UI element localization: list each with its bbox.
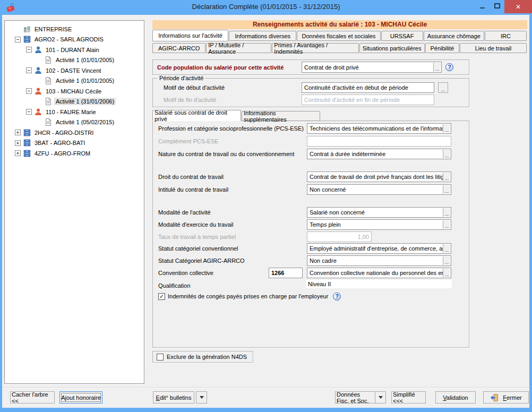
conges-label: Indemnités de congés payés prises en cha…	[168, 293, 328, 299]
motif-debut-field[interactable]: Continuité d'activité en début de périod…	[302, 82, 434, 93]
tree-item-label: 4ZFU - AGRO-FROM	[33, 150, 92, 157]
tab-donnees-fiscales[interactable]: Données fiscales et sociales	[297, 31, 380, 41]
tab-irc[interactable]: IRC	[485, 31, 527, 41]
collapse-toggle-icon[interactable]	[26, 67, 32, 73]
tree-item-2hcr[interactable]: 2HCR - AGRO-DISTRI	[5, 127, 144, 138]
ellipsis-button[interactable]: ...	[443, 173, 450, 181]
ellipsis-button[interactable]: ...	[443, 220, 450, 229]
complement-pcs-label: Complément PCS-ESE	[158, 138, 219, 144]
qualification-label: Qualification	[158, 282, 191, 289]
intitule-contrat-label: Intitulé du contrat de travail	[158, 186, 228, 193]
tree-item-label: 110 - FAURE Marie	[44, 108, 98, 116]
company-icon	[23, 35, 31, 44]
tree-item-4zfu[interactable]: 4ZFU - AGRO-FROM	[5, 148, 144, 159]
code-population-field[interactable]: Contrat de droit privé ...	[302, 62, 442, 73]
motif-debut-ellipsis-button[interactable]: ...	[438, 82, 448, 93]
tab-ip-mutuelle[interactable]: IP / Mutuelle / Assurance	[206, 43, 271, 53]
convention-code-field[interactable]: 1266	[269, 268, 303, 278]
edit-bulletins-button[interactable]: Edit° bulletins	[153, 391, 194, 404]
tree-item-label: AGRO2 - SARL AGRODIS	[33, 36, 105, 43]
tab-lieu-travail[interactable]: Lieu de travail	[460, 43, 527, 53]
edit-bulletins-dropdown-button[interactable]	[196, 391, 207, 404]
expand-toggle-icon[interactable]	[15, 130, 21, 135]
collapse-toggle-icon[interactable]	[26, 88, 32, 94]
modalite-activite-field[interactable]: Salarié non concerné ...	[307, 207, 451, 218]
exclure-checkbox[interactable]	[157, 354, 164, 360]
periode-activite-group: Période d'activité Motif de début d'acti…	[152, 78, 469, 107]
tree-item-110-faure[interactable]: 110 - FAURE Marie	[5, 107, 144, 117]
complement-pcs-field	[307, 136, 451, 147]
help-icon[interactable]: ?	[445, 63, 453, 71]
tree-item-entreprise[interactable]: ENTREPRISE	[5, 24, 144, 35]
profession-label: Profession et catégorie socioprofessionn…	[158, 125, 304, 132]
donnees-fisc-button[interactable]: Données Fisc. et Soc.	[335, 391, 375, 404]
tab-situations[interactable]: Situations particulières	[359, 43, 425, 53]
subtab-informations-supplementaires[interactable]: Informations supplémentaires	[242, 111, 320, 121]
close-button[interactable]: ✕	[504, 0, 532, 13]
ellipsis-button[interactable]: ...	[443, 150, 450, 158]
intitule-contrat-field[interactable]: Non concerné ...	[307, 184, 451, 195]
subtab-strip: Salarié sous contrat de droit privé Info…	[152, 111, 321, 121]
tab-agirc-arrco[interactable]: AGIRC-ARRCO	[152, 43, 205, 53]
ellipsis-button[interactable]: ...	[443, 269, 450, 277]
ellipsis-button[interactable]: ...	[443, 208, 450, 217]
collapse-toggle-icon[interactable]	[26, 47, 32, 53]
help-icon[interactable]: ?	[333, 293, 341, 301]
statut-agirc-field[interactable]: Non cadre ...	[307, 255, 451, 266]
document-icon	[44, 97, 53, 106]
group-legend: Période d'activité	[158, 75, 205, 81]
conges-checkbox[interactable]: ✓	[158, 293, 165, 300]
donnees-fisc-dropdown-button[interactable]	[375, 391, 386, 404]
validation-button[interactable]: Validation	[435, 391, 476, 404]
tree-item-label: Activité 1 (01/01/2005)	[54, 56, 116, 64]
convention-collective-field[interactable]: Convention collective nationale du perso…	[307, 268, 451, 278]
tab-informations-diverses[interactable]: Informations diverses	[229, 31, 296, 41]
tab-informations-activite[interactable]: Informations sur l'activité	[152, 30, 228, 41]
fermer-button[interactable]: Fermer	[483, 391, 529, 404]
tree-item-activite[interactable]: Activité 1 (01/01/2005)	[5, 55, 144, 66]
tree-item-102-daste[interactable]: 102 - DASTE Vincent	[5, 65, 144, 76]
tree-item-activite[interactable]: Activité 1 (05/02/2015)	[5, 117, 144, 128]
taux-partiel-field: 1,00	[307, 231, 372, 242]
person-icon	[34, 87, 42, 96]
ellipsis-button[interactable]: ...	[443, 185, 450, 194]
tab-urssaf[interactable]: URSSAF	[381, 31, 423, 41]
tree-item-label: Activité 1 (01/01/2005)	[54, 77, 116, 84]
tree-item-agro2[interactable]: AGRO2 - SARL AGRODIS	[5, 35, 144, 45]
maximize-button[interactable]	[491, 0, 503, 12]
exclure-label: Exclure de la génération N4DS	[167, 354, 247, 360]
ellipsis-button[interactable]: ...	[443, 244, 450, 253]
modalite-exercice-field[interactable]: Temps plein ...	[307, 219, 451, 230]
cacher-arbre-button[interactable]: Cacher l'arbre <<	[10, 391, 55, 404]
ellipsis-button[interactable]: ...	[433, 63, 441, 72]
tab-assurance-chomage[interactable]: Assurance chômage	[424, 31, 484, 41]
tree-item-activite[interactable]: Activité 1 (01/01/2005)	[5, 76, 144, 87]
tree-item-3bat[interactable]: 3BAT - AGRO-BATI	[5, 138, 144, 149]
statut-conventionnel-field[interactable]: Employé administratif d'entreprise, de c…	[307, 243, 451, 254]
tree-item-101-durant[interactable]: 101 - DURANT Alain	[5, 45, 144, 55]
minimize-button[interactable]	[476, 0, 488, 12]
ellipsis-button[interactable]: ...	[443, 124, 450, 133]
titlebar: Déclaration Complète (01/01/2015 - 31/12…	[0, 0, 532, 15]
droit-contrat-field[interactable]: Contrat de travail de droit privé frança…	[307, 171, 451, 182]
ajout-honoraire-button[interactable]: Ajout honoraire	[59, 391, 102, 404]
close-icon: ✕	[516, 3, 521, 11]
code-population-box: Code population du salarié pour cette ac…	[152, 59, 469, 75]
ellipsis-button[interactable]: ...	[443, 256, 450, 265]
expand-toggle-icon[interactable]	[15, 140, 21, 146]
document-icon	[44, 118, 53, 126]
tree-item-103-michau[interactable]: 103 - MICHAU Cécile	[5, 86, 144, 97]
collapse-toggle-icon[interactable]	[26, 109, 32, 115]
collapse-toggle-icon[interactable]	[15, 37, 21, 42]
simplifie-button[interactable]: Simplifié <<<	[391, 391, 426, 404]
tree-item-label: Activité 1 (05/02/2015)	[54, 118, 116, 126]
subtab-salarie-droit-prive[interactable]: Salarié sous contrat de droit privé	[152, 110, 241, 121]
exclure-n4ds-box: Exclure de la génération N4DS	[152, 351, 253, 363]
expand-toggle-icon[interactable]	[15, 150, 21, 156]
nature-contrat-field[interactable]: Contrat à durée indéterminée ...	[307, 149, 451, 159]
person-icon	[34, 46, 42, 54]
tab-primes-avantages[interactable]: Primes / Avantages / Indemnités	[272, 43, 358, 53]
tree-item-activite-selected[interactable]: Activité 1 (31/01/2006)	[5, 97, 144, 107]
profession-field[interactable]: Techniciens des télécommunications et de…	[307, 123, 451, 134]
tab-penibilite[interactable]: Pénibilité	[425, 43, 459, 53]
